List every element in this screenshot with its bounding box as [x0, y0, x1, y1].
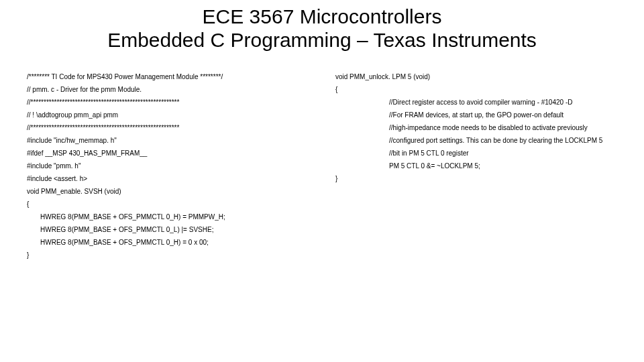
right-column: void PMM_unlock. LPM 5 (void) { //Direct… [335, 70, 617, 261]
title-line-2: Embedded C Programming – Texas Instrumen… [107, 29, 537, 51]
title-line-1: ECE 3567 Microcontrollers [203, 5, 442, 27]
code-line: #ifdef __MSP 430_HAS_PMM_FRAM__ [27, 147, 309, 160]
code-line: #include "inc/hw_memmap. h" [27, 134, 309, 147]
code-line: { [27, 198, 309, 210]
code-line: //high-impedance mode needs to be disabl… [335, 121, 617, 134]
code-line: #include "pmm. h" [27, 160, 309, 172]
code-line: PM 5 CTL 0 &= ~LOCKLPM 5; [335, 160, 617, 172]
code-line: //bit in PM 5 CTL 0 register [335, 147, 617, 160]
left-column: /******** TI Code for MPS430 Power Manag… [27, 70, 309, 261]
slide: ECE 3567 Microcontrollers Embedded C Pro… [0, 0, 644, 362]
code-line: /******** TI Code for MPS430 Power Manag… [27, 70, 309, 83]
code-line: //For FRAM devices, at start up, the GPO… [335, 109, 617, 121]
code-line: // pmm. c - Driver for the pmm Module. [27, 83, 309, 96]
code-line: { [335, 83, 617, 96]
code-line: #include <assert. h> [27, 172, 309, 185]
code-line: //**************************************… [27, 121, 309, 134]
code-line: HWREG 8(PMM_BASE + OFS_PMMCTL 0_H) = 0 x… [27, 236, 309, 249]
content-columns: /******** TI Code for MPS430 Power Manag… [27, 70, 617, 261]
code-line: } [27, 249, 309, 261]
code-line: void PMM_unlock. LPM 5 (void) [335, 70, 617, 83]
code-line: //configured port settings. This can be … [335, 134, 617, 147]
code-line: // ! \addtogroup pmm_api pmm [27, 109, 309, 121]
code-line: } [335, 172, 617, 185]
code-line: //**************************************… [27, 96, 309, 109]
code-line: HWREG 8(PMM_BASE + OFS_PMMCTL 0_H) = PMM… [27, 210, 309, 223]
code-line: HWREG 8(PMM_BASE + OFS_PMMCTL 0_L) |= SV… [27, 223, 309, 236]
slide-title: ECE 3567 Microcontrollers Embedded C Pro… [27, 5, 617, 52]
code-line: void PMM_enable. SVSH (void) [27, 185, 309, 198]
code-line: //Direct register access to avoid compil… [335, 96, 617, 109]
